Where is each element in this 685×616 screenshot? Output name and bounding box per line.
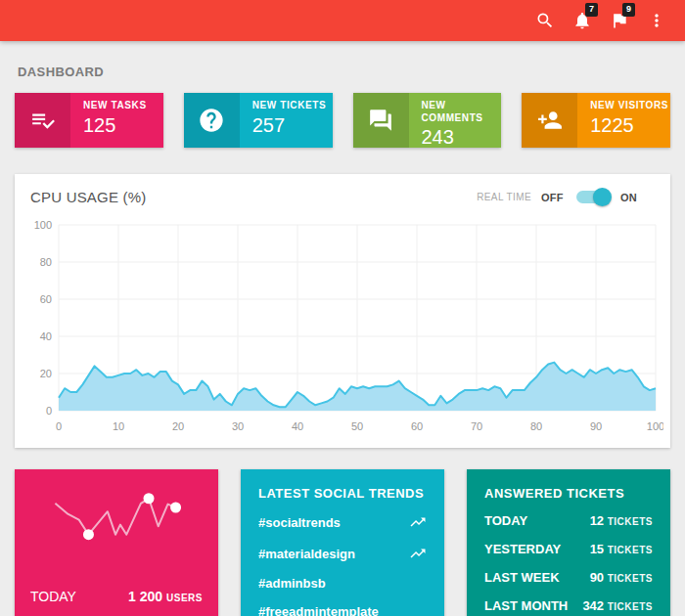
svg-text:60: 60 (40, 293, 52, 305)
answered-tickets-title: ANSWERED TICKETS (467, 469, 670, 505)
svg-text:100: 100 (647, 420, 663, 432)
info-box-new-tasks: NEW TASKS 125 (15, 93, 163, 148)
svg-text:0: 0 (56, 420, 62, 432)
cpu-usage-card: CPU USAGE (%) REAL TIME OFF ON 020406080… (15, 174, 670, 448)
main-content: DASHBOARD NEW TASKS 125 NEW TICKETS 257 (0, 65, 685, 616)
help-icon (184, 93, 240, 148)
switch-off-label: OFF (541, 192, 564, 203)
info-box-label: NEW TICKETS (252, 100, 327, 112)
info-box-value: 243 (422, 125, 502, 148)
info-box-new-comments: NEW COMMENTS 243 (353, 93, 502, 148)
svg-text:0: 0 (46, 405, 52, 417)
flag-badge: 9 (622, 3, 635, 17)
today-label: TODAY (30, 589, 76, 604)
info-box-new-tickets: NEW TICKETS 257 (184, 93, 333, 148)
toggle-knob (593, 188, 612, 206)
social-trends-title: LATEST SOCIAL TRENDS (241, 469, 444, 505)
ticket-row: TODAY 12 TICKETS (484, 506, 653, 535)
switch-on-label: ON (620, 192, 637, 203)
today-users-value: 1 200 (128, 589, 162, 604)
ticket-row: LAST WEEK 90 TICKETS (484, 563, 653, 592)
svg-text:100: 100 (34, 219, 52, 231)
svg-text:30: 30 (232, 420, 244, 432)
today-users-card: TODAY 1 200 USERS (15, 469, 218, 616)
ticket-row: LAST MONTH 342 TICKETS (484, 592, 653, 616)
cpu-usage-chart: 0204060801000102030405060708090100 (15, 211, 670, 448)
page-title: DASHBOARD (18, 65, 667, 79)
info-box-row: NEW TASKS 125 NEW TICKETS 257 NEW COMMEN… (15, 93, 670, 148)
info-box-value: 125 (83, 113, 147, 138)
person-add-icon (522, 93, 577, 148)
social-trends-card: LATEST SOCIAL TRENDS #socialtrends #mate… (241, 469, 444, 616)
cpu-card-menu-icon[interactable] (647, 196, 659, 199)
today-users-sparkline (28, 479, 205, 581)
svg-text:40: 40 (292, 420, 303, 432)
info-box-label: NEW TASKS (83, 100, 147, 112)
info-box-new-visitors: NEW VISITORS 1225 (522, 93, 670, 148)
trending-up-icon (409, 545, 427, 562)
social-tag-item[interactable]: #materialdesign (258, 538, 427, 569)
overflow-menu-icon[interactable] (638, 2, 675, 39)
svg-text:40: 40 (40, 330, 52, 342)
realtime-toggle[interactable] (576, 191, 608, 203)
realtime-label: REAL TIME (477, 192, 531, 202)
svg-text:20: 20 (172, 420, 184, 432)
ticket-row: YESTERDAY 15 TICKETS (484, 535, 653, 563)
social-tag-item[interactable]: #freeadmintemplate (258, 597, 427, 616)
svg-text:60: 60 (411, 420, 423, 432)
info-box-value: 257 (252, 113, 327, 138)
svg-text:20: 20 (40, 368, 52, 379)
svg-text:10: 10 (113, 420, 124, 432)
info-box-label: NEW COMMENTS (422, 100, 502, 124)
info-box-value: 1225 (590, 113, 668, 138)
svg-text:50: 50 (351, 420, 363, 432)
flag-icon[interactable]: 9 (601, 2, 638, 39)
notifications-icon[interactable]: 7 (564, 2, 601, 39)
social-tag-item[interactable]: #adminbsb (258, 569, 427, 597)
info-box-label: NEW VISITORS (590, 100, 668, 112)
social-tag-item[interactable]: #socialtrends (258, 506, 427, 538)
svg-text:80: 80 (530, 420, 542, 432)
today-users-unit: USERS (166, 593, 203, 603)
trending-up-icon (409, 513, 427, 531)
forum-icon (353, 93, 409, 148)
app-bar: 7 9 (0, 0, 685, 41)
bottom-card-row: TODAY 1 200 USERS LATEST SOCIAL TRENDS #… (15, 469, 670, 616)
notifications-badge: 7 (585, 3, 598, 17)
answered-tickets-card: ANSWERED TICKETS TODAY 12 TICKETS YESTER… (467, 469, 670, 616)
playlist-check-icon (15, 93, 70, 148)
cpu-card-title: CPU USAGE (%) (30, 189, 146, 205)
search-icon[interactable] (526, 2, 564, 39)
svg-text:70: 70 (471, 420, 482, 432)
svg-text:80: 80 (40, 256, 52, 268)
svg-text:90: 90 (590, 420, 602, 432)
